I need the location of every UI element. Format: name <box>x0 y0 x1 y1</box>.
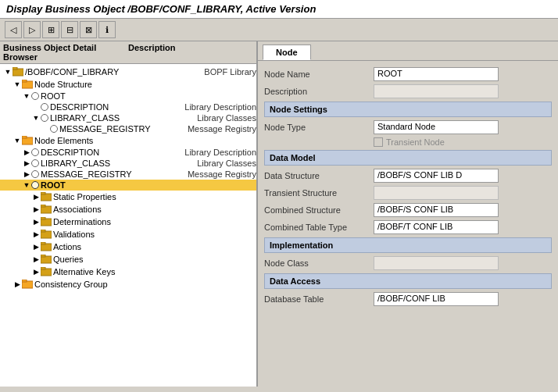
subfolder-icon <box>41 266 52 277</box>
database-table-value: /BOBF/CONF LIB <box>374 292 499 306</box>
collapse-button[interactable]: ⊟ <box>61 21 78 38</box>
expand-icon[interactable]: ▶ <box>31 192 41 201</box>
folder-icon <box>22 279 33 290</box>
expand-icon[interactable]: ▶ <box>31 205 41 214</box>
svg-rect-11 <box>41 217 45 219</box>
expand-icon[interactable]: ▶ <box>31 242 41 251</box>
tree-node-node-structure[interactable]: ▼ Node Structure <box>0 78 256 91</box>
svg-rect-17 <box>41 255 45 257</box>
combined-table-type-value: /BOBF/T CONF LIB <box>374 220 499 234</box>
expand-icon[interactable]: ▼ <box>31 113 41 123</box>
node-type-label: Node Type <box>264 123 374 132</box>
tree-node-ne-root[interactable]: ▼ ROOT <box>0 180 256 191</box>
node-type-row: Node Type Standard Node <box>264 120 552 134</box>
tree-node-consistency[interactable]: ▶ Consistency Group <box>0 278 256 290</box>
info-button[interactable]: ℹ <box>98 21 116 38</box>
combined-structure-value: /BOBF/S CONF LIB <box>374 203 499 217</box>
tree-col2: Description <box>128 43 253 62</box>
tree-label: LIBRARY_CLASS <box>41 159 194 168</box>
title-bar: Display Business Object /BOBF/CONF_LIBRA… <box>0 0 558 19</box>
node-class-label: Node Class <box>264 258 374 268</box>
circle-icon <box>31 181 39 189</box>
data-structure-value: /BOBF/S CONF LIB D <box>374 169 499 183</box>
subfolder-icon <box>41 241 52 252</box>
node-class-value <box>374 256 499 270</box>
tree-label: /BOBF/CONF_LIBRARY <box>25 67 201 77</box>
tree-node-alt-keys[interactable]: ▶ Alternative Keys <box>0 265 256 278</box>
tree-node-ns-msg[interactable]: MESSAGE_REGISTRY Message Registry <box>0 123 256 134</box>
svg-rect-15 <box>41 242 45 244</box>
tree-label: Validations <box>53 230 256 239</box>
section-data-access: Data Access <box>264 273 552 289</box>
node-name-value: ROOT <box>374 67 499 81</box>
expand-icon[interactable] <box>41 124 50 134</box>
tree-node-node-elements[interactable]: ▼ Node Elements <box>0 134 256 147</box>
subfolder-icon <box>41 191 52 202</box>
tree-label: Node Structure <box>34 80 256 89</box>
expand-icon[interactable]: ▼ <box>22 91 31 101</box>
tree-node-ne-msg[interactable]: ▶ MESSAGE_REGISTRY Message Registry <box>0 169 256 180</box>
expand-icon[interactable]: ▼ <box>3 67 13 77</box>
expand-icon[interactable]: ▶ <box>31 230 41 239</box>
expand-icon[interactable]: ▶ <box>31 217 41 226</box>
tree-node-ne-lib[interactable]: ▶ LIBRARY_CLASS Library Classes <box>0 158 256 169</box>
folder-icon <box>22 135 33 146</box>
tree-node-ne-desc[interactable]: ▶ DESCRIPTION Library Description <box>0 147 256 158</box>
tree-node-static-props[interactable]: ▶ Static Properties <box>0 191 256 203</box>
transient-structure-row: Transient Structure <box>264 186 552 200</box>
node-name-label: Node Name <box>264 69 374 79</box>
forward-button[interactable]: ▷ <box>23 21 41 38</box>
combined-structure-row: Combined Structure /BOBF/S CONF LIB <box>264 203 552 217</box>
combined-structure-label: Combined Structure <box>264 205 374 215</box>
tree-header: Business Object Detail Browser Descripti… <box>0 41 256 64</box>
tree-node-ns-desc[interactable]: DESCRIPTION Library Description <box>0 102 256 112</box>
section-node-settings: Node Settings <box>264 102 552 117</box>
expand-icon[interactable]: ▶ <box>13 280 22 289</box>
combined-table-type-label: Combined Table Type <box>264 223 374 232</box>
node-name-row: Node Name ROOT <box>264 67 552 81</box>
svg-rect-1 <box>13 67 17 69</box>
tree-node-validations[interactable]: ▶ Validations <box>0 228 256 241</box>
description-value <box>374 84 499 98</box>
tree-node-associations[interactable]: ▶ Associations <box>0 203 256 216</box>
tree-label: MESSAGE_REGISTRY <box>41 169 184 179</box>
tree-desc: Message Registry <box>184 169 256 179</box>
transient-structure-value <box>374 186 499 200</box>
tree-desc: Message Registry <box>184 124 256 134</box>
expand-icon[interactable]: ▶ <box>22 159 31 168</box>
expand-icon[interactable]: ▼ <box>22 180 31 190</box>
expand-icon[interactable]: ▶ <box>31 255 41 264</box>
expand-icon[interactable]: ▼ <box>13 80 22 89</box>
description-row: Description <box>264 84 552 98</box>
expand-button[interactable]: ⊞ <box>42 21 59 38</box>
section-implementation: Implementation <box>264 237 552 253</box>
svg-rect-9 <box>41 205 45 207</box>
data-structure-row: Data Structure /BOBF/S CONF LIB D <box>264 169 552 183</box>
tree-node-actions[interactable]: ▶ Actions <box>0 241 256 253</box>
tab-node[interactable]: Node <box>263 45 311 60</box>
expand-icon[interactable]: ▶ <box>31 267 41 276</box>
svg-rect-21 <box>22 280 27 282</box>
expand-icon[interactable] <box>31 102 41 112</box>
expand-icon[interactable]: ▶ <box>22 148 31 157</box>
tree-node-queries[interactable]: ▶ Queries <box>0 253 256 265</box>
tree-node-determinations[interactable]: ▶ Determinations <box>0 216 256 228</box>
node-type-value: Standard Node <box>374 120 499 134</box>
folder-icon <box>22 79 33 90</box>
expand-icon[interactable]: ▼ <box>13 136 22 145</box>
svg-rect-19 <box>41 267 45 269</box>
tree-node-ns-root[interactable]: ▼ ROOT <box>0 91 256 102</box>
refresh-button[interactable]: ⊠ <box>80 21 97 38</box>
tree-node-ns-lib[interactable]: ▼ LIBRARY_CLASS Library Classes <box>0 112 256 123</box>
tree-node-root-obj[interactable]: ▼ /BOBF/CONF_LIBRARY BOPF Library <box>0 66 256 78</box>
tree-col1: Business Object Detail Browser <box>3 43 128 62</box>
database-table-label: Database Table <box>264 294 374 304</box>
transient-node-label: Transient Node <box>386 137 445 147</box>
page-title: Display Business Object /BOBF/CONF_LIBRA… <box>6 3 316 15</box>
circle-icon <box>41 114 48 122</box>
left-panel: Business Object Detail Browser Descripti… <box>0 41 258 387</box>
back-button[interactable]: ◁ <box>5 21 22 38</box>
expand-icon[interactable]: ▶ <box>22 169 31 179</box>
database-table-row: Database Table /BOBF/CONF LIB <box>264 292 552 306</box>
transient-node-checkbox <box>374 137 383 147</box>
